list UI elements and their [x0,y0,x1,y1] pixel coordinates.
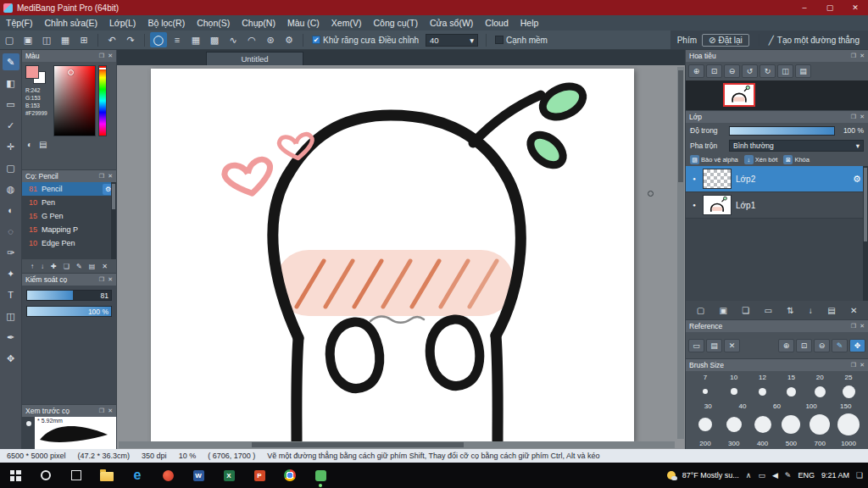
reset-button[interactable]: ⊘ Đặt lại [702,34,749,47]
brush-size-option[interactable]: 25 [834,374,863,381]
red-app-button[interactable] [153,463,183,488]
protect-alpha-toggle[interactable]: ▨ Bảo vệ alpha [690,155,738,164]
merge-down-icon[interactable]: ↓ [809,306,813,315]
brush-size-option[interactable]: 20 [805,374,834,381]
radial-snap-icon[interactable]: ⊛ [262,32,279,47]
brush-size-dot[interactable] [748,385,777,398]
delete-layer-icon[interactable]: ✕ [850,306,857,315]
adjust-input[interactable]: 40 ▾ [426,34,478,47]
cross-snap-icon[interactable]: ▩ [206,32,223,47]
menu-capture[interactable]: Chụp(N) [236,18,281,28]
weather-status[interactable]: 87°F Mostly su... [682,471,739,480]
redo-icon[interactable]: ↷ [122,32,139,47]
running-app-button[interactable] [305,463,336,488]
undo-icon[interactable]: ↶ [103,32,120,47]
brush-size-dot[interactable] [776,385,805,398]
sv-indicator[interactable] [68,69,74,75]
float-panel-icon[interactable]: ❐ [851,114,856,120]
brush-size-option[interactable]: 700 [805,440,834,447]
menu-color[interactable]: Màu (C) [281,18,326,28]
grid-snap-icon[interactable]: ▦ [187,32,204,47]
close-panel-icon[interactable]: ✕ [108,173,113,180]
nav-flip-icon[interactable]: ◫ [777,64,793,78]
brush-size-option[interactable]: 1000 [834,440,863,447]
menu-select[interactable]: Chọn(S) [191,18,236,28]
hand-tool[interactable]: ✥ [3,350,19,367]
tray-pen-icon[interactable]: ✎ [785,471,792,480]
menu-edit[interactable]: Chỉnh sửa(E) [39,18,103,28]
auto-select-tool[interactable]: ✓ [3,117,19,134]
edit-brush-icon[interactable]: ✎ [76,263,82,270]
lasso-tool[interactable]: ◌ [3,223,19,240]
brush-prev-icon[interactable]: ↑ [31,263,34,270]
brush-item-pen[interactable]: 10 Pen [22,196,116,209]
layer-settings-gear-icon[interactable]: ⚙ [850,174,864,185]
canvas-settings-icon[interactable]: ⊞ [75,32,92,47]
add-folder-icon[interactable]: ▣ [719,306,726,315]
float-panel-icon[interactable]: ❐ [99,173,104,180]
bucket-tool[interactable]: ◍ [3,180,19,197]
divide-tool[interactable]: ◫ [3,308,19,324]
brush-next-icon[interactable]: ↓ [41,263,44,270]
arc-snap-icon[interactable]: ◠ [243,32,260,47]
close-panel-icon[interactable]: ✕ [108,53,113,59]
tray-volume-icon[interactable]: ◀ [772,471,778,480]
nav-rotate-left-icon[interactable]: ↺ [742,64,758,78]
save-file-icon[interactable]: ◫ [38,32,55,47]
menu-view[interactable]: Xem(V) [326,18,368,28]
lock-toggle[interactable]: ⊠ Khóa [783,155,810,164]
clear-layer-icon[interactable]: ▤ [827,306,835,315]
ref-picker-icon[interactable]: ✎ [832,339,848,352]
brush-size-option[interactable]: 300 [720,440,748,447]
brush-size-option[interactable]: 200 [691,440,720,447]
hidden-icons-chevron[interactable]: ∧ [746,471,752,480]
brush-size-slider[interactable]: 81 [26,290,112,301]
word-button[interactable]: W [183,463,214,488]
snap-settings-icon[interactable]: ⚙ [281,32,298,47]
brush-size-option[interactable]: 12 [748,374,777,381]
foreground-color-swatch[interactable] [25,65,39,79]
color-wheel-icon[interactable]: ◐ [27,140,32,149]
ref-open-icon[interactable]: ▭ [688,339,704,352]
brush-size-option[interactable]: 400 [748,440,777,447]
layer-row-lop2[interactable]: ● Lớp2 ⚙ [686,166,868,192]
duplicate-brush-icon[interactable]: ❏ [64,263,70,270]
clipping-toggle[interactable]: ↓ Xén bớt [744,155,778,164]
close-panel-icon[interactable]: ✕ [860,114,865,120]
brush-size-option[interactable]: 150 [828,402,863,410]
hue-strip[interactable] [98,65,107,136]
brush-size-dot[interactable] [720,413,748,435]
brush-size-dot[interactable] [748,413,777,435]
select-pen-tool[interactable]: ✑ [3,244,19,261]
minimize-button[interactable]: – [792,0,817,15]
menu-cloud[interactable]: Cloud [479,18,514,28]
brush-size-dot[interactable] [805,385,834,398]
notification-center-icon[interactable]: ❏ [856,471,863,480]
antialias-checkbox[interactable]: ✔ [312,36,320,44]
color-swatches[interactable] [25,65,46,84]
task-view-button[interactable] [61,463,92,488]
layer-visibility-icon[interactable]: ● [690,202,698,208]
float-panel-icon[interactable]: ❐ [99,408,104,414]
canvas-horizontal-scrollbar[interactable] [119,441,675,448]
brush-item-edge-pen[interactable]: 10 Edge Pen [22,236,116,250]
close-button[interactable]: ✕ [843,0,868,15]
export-icon[interactable]: ▦ [57,32,74,47]
brush-menu-icon[interactable]: ▤ [89,263,96,270]
rect-select-tool[interactable]: ▭ [3,96,19,113]
saturation-value-box[interactable] [53,65,96,136]
nav-zoom-in-icon[interactable]: ⊕ [688,64,704,78]
close-panel-icon[interactable]: ✕ [108,276,113,283]
close-panel-icon[interactable]: ✕ [860,362,865,369]
brush-size-option[interactable]: 60 [760,402,794,410]
ref-zoom-in-icon[interactable]: ⊕ [778,339,794,352]
close-panel-icon[interactable]: ✕ [108,408,113,414]
start-button[interactable] [0,463,31,488]
delete-brush-icon[interactable]: ✕ [102,263,108,270]
brush-size-dot[interactable] [834,385,863,398]
brush-size-dot[interactable] [776,413,805,435]
brush-list-scrollbar[interactable] [111,182,116,259]
brush-item-pencil[interactable]: 81 Pencil ⚙ [22,182,116,196]
edge-button[interactable]: e [122,463,153,488]
search-button[interactable] [31,463,61,488]
